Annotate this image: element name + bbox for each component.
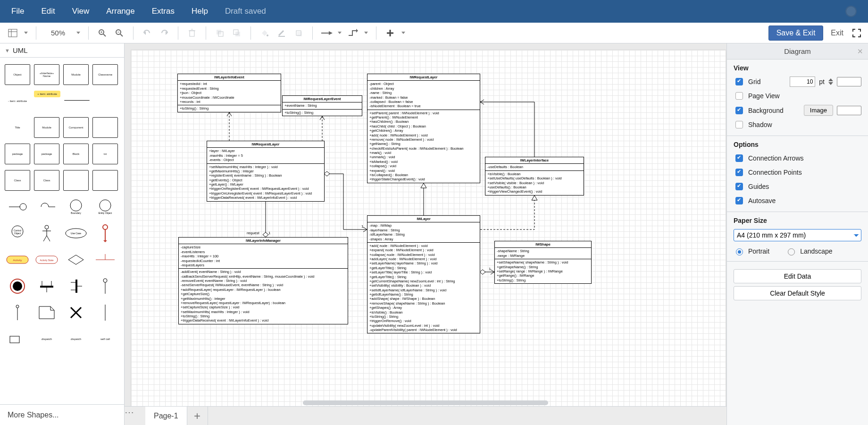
shape-vline[interactable] — [92, 302, 118, 323]
shape-block[interactable]: Block — [63, 144, 89, 164]
portrait-radio[interactable] — [736, 248, 743, 255]
shape-bottom-1[interactable] — [5, 329, 30, 349]
insert-icon[interactable] — [383, 26, 397, 40]
diagram-canvas[interactable]: IWLayerInfoEvent+requestedid : int +requ… — [125, 43, 726, 406]
shape-lolli2[interactable] — [5, 302, 30, 323]
autosave-checkbox[interactable] — [735, 197, 743, 204]
shape-x[interactable] — [63, 302, 89, 323]
fullscreen-icon[interactable] — [851, 27, 862, 39]
shape-package2[interactable]: package — [34, 144, 59, 164]
shape-actor[interactable] — [34, 223, 59, 244]
shape-class2[interactable]: Class — [34, 170, 59, 191]
shape-object[interactable]: Object — [5, 64, 30, 85]
uml-class-IWRequestLayer_top[interactable]: IWRequestLayer-parent : Object -children… — [367, 74, 480, 183]
uml-class-IWLayerInterface[interactable]: IWLayerInterface-useDefaults : Boolean+i… — [485, 157, 584, 196]
to-back-icon[interactable] — [230, 26, 244, 40]
paper-size-select[interactable]: A4 (210 mm x 297 mm) — [734, 229, 861, 241]
background-checkbox[interactable] — [735, 107, 743, 114]
grid-color-swatch[interactable] — [837, 77, 861, 86]
connection-style-icon[interactable] — [319, 26, 334, 40]
page-menu-button[interactable]: ⋯ — [125, 407, 145, 425]
menu-edit[interactable]: Edit — [41, 7, 55, 16]
menu-file[interactable]: File — [11, 7, 24, 16]
waypoint-caret[interactable] — [363, 26, 369, 40]
shape-module2[interactable]: Module — [34, 117, 59, 138]
save-exit-button[interactable]: Save & Exit — [768, 26, 824, 41]
shape-divider[interactable] — [64, 100, 90, 101]
background-color-swatch[interactable] — [837, 106, 861, 115]
guides-checkbox[interactable] — [735, 183, 743, 190]
menu-extras[interactable]: Extras — [152, 7, 175, 16]
shape-bar[interactable] — [34, 276, 59, 297]
exit-button[interactable]: Exit — [826, 26, 848, 40]
redo-icon[interactable] — [157, 26, 171, 40]
shape-entity[interactable]: Entity Object — [92, 196, 118, 217]
shape-classname[interactable]: Classname — [92, 64, 118, 85]
shape-title[interactable]: Title — [5, 117, 30, 138]
shape-item-attr-y[interactable]: + item: attribute — [34, 91, 60, 97]
waypoint-style-icon[interactable] — [346, 26, 360, 40]
grid-checkbox[interactable] — [735, 78, 743, 85]
menu-arrange[interactable]: Arrange — [106, 7, 134, 16]
shape-control[interactable]: ControlObject — [5, 223, 30, 244]
conn-points-checkbox[interactable] — [735, 169, 743, 176]
connection-caret[interactable] — [336, 26, 343, 40]
shape-dispatch[interactable]: dispatch — [34, 329, 59, 349]
uml-class-IWRequestLayerEvent[interactable]: IWRequestLayerEvent+eventName : String+t… — [282, 95, 362, 116]
shape-module[interactable]: Module — [63, 64, 89, 85]
zoom-out-icon[interactable] — [112, 26, 126, 40]
shape-vbar[interactable] — [63, 276, 89, 297]
shape-dispatch2[interactable]: dispatch — [63, 329, 89, 349]
shape-activity[interactable]: Activity — [5, 249, 30, 270]
clear-style-button[interactable]: Clear Default Style — [734, 286, 861, 300]
zoom-in-icon[interactable] — [95, 26, 109, 40]
view-panels-button[interactable] — [6, 26, 20, 40]
shape-blackdot[interactable] — [5, 276, 30, 297]
shape-annot[interactable] — [92, 170, 118, 191]
close-format-icon[interactable]: ✕ — [857, 47, 863, 56]
tab-page-1[interactable]: Page-1 — [145, 407, 187, 425]
uml-class-IWRequestLayer_left[interactable]: IWRequestLayer+layer : IWLayer -maxHits … — [207, 141, 325, 202]
to-front-icon[interactable] — [213, 26, 227, 40]
conn-arrows-checkbox[interactable] — [735, 154, 743, 162]
pageview-checkbox[interactable] — [735, 92, 743, 100]
edit-data-button[interactable]: Edit Data — [734, 269, 861, 283]
shape-diamond[interactable] — [63, 249, 89, 270]
shape-activity-pill[interactable]: Activity State — [34, 249, 59, 270]
shape-selfcall[interactable]: self call — [92, 329, 118, 349]
shape-boundary[interactable]: Boundary — [63, 196, 89, 217]
undo-icon[interactable] — [140, 26, 154, 40]
shape-lolli[interactable] — [92, 276, 118, 297]
diagram-paper[interactable]: IWLayerInfoEvent+requestedid : int +requ… — [131, 50, 726, 406]
uml-class-IWLayerInfoManager[interactable]: IWLayerInfoManager-captureSize -eventLis… — [178, 237, 348, 324]
shape-interface[interactable]: «Interface» Name — [34, 64, 59, 85]
uml-class-IWLayer[interactable]: IWLayer-map : IWMap -layerName : String … — [367, 215, 480, 333]
shape-class[interactable]: Class — [5, 170, 30, 191]
background-image-button[interactable]: Image — [804, 105, 833, 116]
shape-blank[interactable] — [92, 117, 118, 138]
add-page-button[interactable]: + — [187, 407, 208, 425]
menu-view[interactable]: View — [72, 7, 90, 16]
shape-palette[interactable]: Object «Interface» Name Module Classname… — [0, 58, 124, 404]
shape-note[interactable] — [34, 302, 59, 323]
stepper-up-icon[interactable] — [828, 78, 833, 82]
shape-arc[interactable] — [5, 196, 30, 217]
shape-fork[interactable] — [34, 196, 59, 217]
uml-class-IWLayerInfoEvent[interactable]: IWLayerInfoEvent+requestedid : int +requ… — [177, 74, 281, 112]
palette-section-uml[interactable]: ▼ UML — [0, 43, 124, 58]
more-shapes-button[interactable]: More Shapes... — [0, 404, 124, 425]
shadow-icon[interactable] — [292, 26, 306, 40]
shape-txt[interactable]: txt — [92, 144, 118, 164]
shape-red-split[interactable] — [92, 249, 118, 270]
shape-package[interactable]: package — [5, 144, 30, 164]
horizontal-scrollbar[interactable] — [303, 400, 548, 405]
uml-class-IWShape[interactable]: IWShape-shapeName : String -range : IWRa… — [494, 241, 592, 284]
shadow-checkbox[interactable] — [735, 121, 743, 128]
shape-redpin[interactable] — [92, 223, 118, 244]
line-color-icon[interactable] — [275, 26, 289, 40]
zoom-value[interactable]: 50% — [43, 29, 73, 37]
view-panels-caret[interactable] — [23, 26, 29, 40]
shape-component[interactable]: Component — [63, 117, 89, 138]
fill-color-icon[interactable] — [258, 26, 272, 40]
grid-size-input[interactable] — [790, 76, 815, 87]
